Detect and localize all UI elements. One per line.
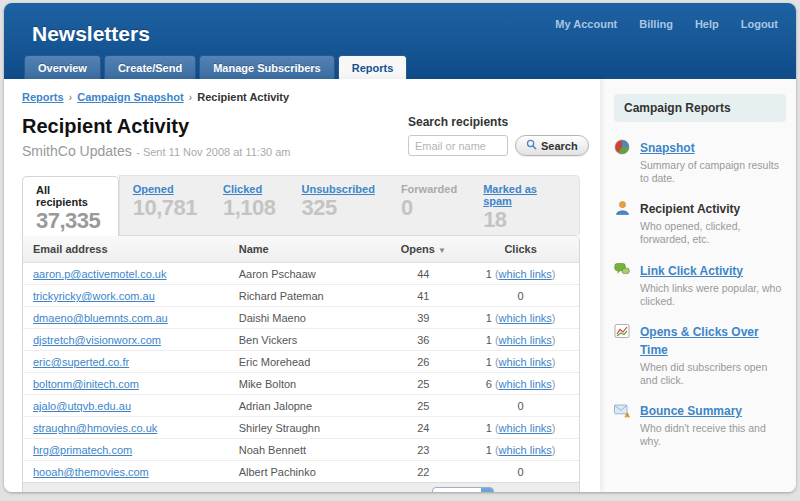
campaign-name: SmithCo Updates xyxy=(22,143,132,159)
which-links-wrap: (which links) xyxy=(492,356,556,368)
clicks-count: 0 xyxy=(518,466,524,478)
email-cell: hooah@themovies.com xyxy=(23,461,229,483)
email-link[interactable]: djstretch@visionworx.com xyxy=(33,334,161,346)
clicks-cell: 0 xyxy=(462,461,579,483)
tab-manage-subscribers[interactable]: Manage Subscribers xyxy=(199,55,335,79)
sidebar-current-recipient-activity[interactable]: Recipient Activity xyxy=(640,202,740,216)
stat-tab-all-recipients[interactable]: All recipients 37,335 xyxy=(22,176,119,236)
table-row: djstretch@visionworx.com Ben Vickers 36 … xyxy=(23,329,579,351)
app-title: Newsletters xyxy=(32,22,150,46)
email-link[interactable]: boltonm@initech.com xyxy=(33,378,139,390)
column-header-opens[interactable]: Opens ▼ xyxy=(384,236,462,263)
breadcrumb-current: Recipient Activity xyxy=(197,91,289,103)
stat-tab-marked-as-spam[interactable]: Marked as spam 18 xyxy=(470,176,579,235)
opens-cell: 26 xyxy=(384,351,462,373)
sidebar-desc: Who opened, clicked, forwarded, etc. xyxy=(640,220,786,246)
title-block: Recipient Activity SmithCo Updates - Sen… xyxy=(22,115,290,160)
email-link[interactable]: trickyricky@work.com.au xyxy=(33,290,155,302)
stat-label: All recipients xyxy=(36,184,105,208)
recipient-table: Email address Name Opens ▼ Clicks aaron.… xyxy=(22,235,580,492)
name-cell: Aaron Pschaaw xyxy=(229,263,385,285)
logout-link[interactable]: Logout xyxy=(741,18,778,30)
clicks-cell: 6 (which links) xyxy=(462,373,579,395)
sidebar-link-link-click-activity[interactable]: Link Click Activity xyxy=(640,264,743,278)
search-block: Search recipients Search xyxy=(408,115,580,160)
search-label: Search recipients xyxy=(408,115,580,129)
column-header-clicks: Clicks xyxy=(462,236,579,263)
stat-value: 37,335 xyxy=(36,208,100,233)
which-links-link[interactable]: which links xyxy=(499,378,552,390)
email-link[interactable]: ajalo@utqvb.edu.au xyxy=(33,400,131,412)
email-link[interactable]: hrg@primatech.com xyxy=(33,444,132,456)
stat-label[interactable]: Unsubscribed xyxy=(302,183,375,195)
which-links-link[interactable]: which links xyxy=(499,422,552,434)
stat-label[interactable]: Clicked xyxy=(223,183,276,195)
email-cell: aaron.p@activemotel.co.uk xyxy=(23,263,229,285)
sent-date: - Sent 11 Nov 2008 at 11:30 am xyxy=(136,146,290,158)
app-header: Newsletters My Account Billing Help Logo… xyxy=(4,3,796,79)
email-link[interactable]: aaron.p@activemotel.co.uk xyxy=(33,268,166,280)
sidebar-link-bounce-summary[interactable]: Bounce Summary xyxy=(640,404,742,418)
person-icon xyxy=(614,199,631,246)
breadcrumb-campaign-snapshot-link[interactable]: Campaign Snapshot xyxy=(77,91,183,103)
breadcrumb-separator: › xyxy=(184,91,198,103)
next-page-link[interactable]: Next » xyxy=(339,490,369,492)
sidebar-item-snapshot: Snapshot Summary of campaign results to … xyxy=(614,138,786,185)
stat-tab-clicked[interactable]: Clicked 1,108 xyxy=(210,176,289,235)
email-link[interactable]: dmaeno@bluemnts.com.au xyxy=(33,312,168,324)
search-input[interactable] xyxy=(408,135,508,156)
which-links-link[interactable]: which links xyxy=(499,356,552,368)
stat-label[interactable]: Marked as spam xyxy=(483,183,566,207)
email-link[interactable]: hooah@themovies.com xyxy=(33,466,149,478)
sidebar-title: Campaign Reports xyxy=(614,94,786,122)
which-links-link[interactable]: which links xyxy=(499,444,552,456)
clicks-count: 0 xyxy=(518,400,524,412)
tab-overview[interactable]: Overview xyxy=(24,55,101,79)
which-links-wrap: (which links) xyxy=(492,444,556,456)
export-label: Export all as xyxy=(374,490,425,492)
stat-value: 18 xyxy=(483,207,506,232)
pie-chart-icon xyxy=(614,138,631,185)
breadcrumb-reports-link[interactable]: Reports xyxy=(22,91,64,103)
export-format-select[interactable]: CSV file xyxy=(432,487,494,492)
email-link[interactable]: straughn@hmovies.co.uk xyxy=(33,422,157,434)
tab-create-send[interactable]: Create/Send xyxy=(104,55,196,79)
opens-cell: 22 xyxy=(384,461,462,483)
sidebar-item-opens-clicks-over-time: Opens & Clicks Over Time When did subscr… xyxy=(614,322,786,387)
column-header-name: Name xyxy=(229,236,385,263)
sidebar-link-opens-clicks-over-time[interactable]: Opens & Clicks Over Time xyxy=(640,325,759,357)
stat-label[interactable]: Opened xyxy=(133,183,197,195)
clicks-cell: 1 (which links) xyxy=(462,417,579,439)
table-header-row: Email address Name Opens ▼ Clicks xyxy=(23,236,579,263)
billing-link[interactable]: Billing xyxy=(639,18,673,30)
clicks-cell: 0 xyxy=(462,395,579,417)
email-cell: straughn@hmovies.co.uk xyxy=(23,417,229,439)
email-link[interactable]: eric@superted.co.fr xyxy=(33,356,129,368)
which-links-link[interactable]: which links xyxy=(499,334,552,346)
help-link[interactable]: Help xyxy=(695,18,719,30)
name-cell: Eric Morehead xyxy=(229,351,385,373)
which-links-link[interactable]: which links xyxy=(499,312,552,324)
account-nav: My Account Billing Help Logout xyxy=(555,18,778,30)
main-panel: Reports›Campaign Snapshot›Recipient Acti… xyxy=(4,79,600,492)
which-links-wrap: (which links) xyxy=(492,268,556,280)
which-links-link[interactable]: which links xyxy=(499,268,552,280)
my-account-link[interactable]: My Account xyxy=(555,18,617,30)
tab-reports[interactable]: Reports xyxy=(338,55,408,79)
which-links-wrap: (which links) xyxy=(492,334,556,346)
stat-tab-unsubscribed[interactable]: Unsubscribed 325 xyxy=(289,176,388,235)
sidebar-desc: Who didn't receive this and why. xyxy=(640,422,786,448)
name-cell: Richard Pateman xyxy=(229,285,385,307)
name-cell: Adrian Jalopne xyxy=(229,395,385,417)
stat-label: Forwarded xyxy=(401,183,457,195)
table-row: eric@superted.co.fr Eric Morehead 26 1 (… xyxy=(23,351,579,373)
name-cell: Ben Vickers xyxy=(229,329,385,351)
stat-value: 1,108 xyxy=(223,195,276,220)
search-button[interactable]: Search xyxy=(515,135,589,156)
stat-tab-opened[interactable]: Opened 10,781 xyxy=(120,176,210,235)
stat-value: 0 xyxy=(401,195,413,220)
which-links-wrap: (which links) xyxy=(492,312,556,324)
sidebar-link-snapshot[interactable]: Snapshot xyxy=(640,141,695,155)
sidebar-item-bounce-summary: Bounce Summary Who didn't receive this a… xyxy=(614,401,786,448)
search-button-label: Search xyxy=(541,140,578,152)
